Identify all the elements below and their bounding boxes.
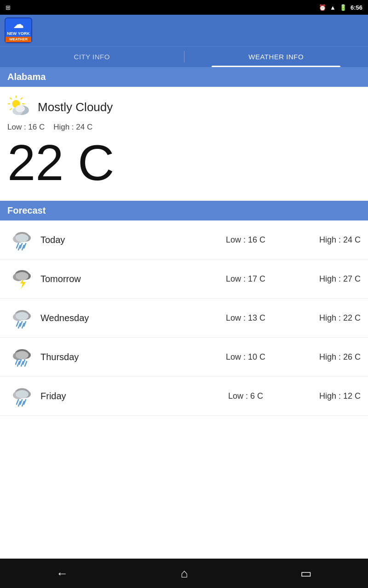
forecast-day-tomorrow: Tomorrow [37,274,204,284]
app-subtitle: WEATHER [6,37,31,42]
tab-bar: CITY INFO WEATHER INFO [0,46,368,67]
svg-point-49 [16,390,29,398]
forecast-header: Forecast [0,201,368,220]
forecast-high-today: High : 24 C [287,235,361,245]
forecast-icon-friday [7,383,37,409]
app-header: ☁ NEW YORK WEATHER [0,15,368,46]
svg-line-7 [21,98,22,99]
svg-point-16 [16,234,29,242]
forecast-row-tomorrow: Tomorrow Low : 17 C High : 27 C [0,260,368,299]
current-condition-text: Mostly Cloudy [38,100,113,114]
current-low: Low : 16 C [7,123,45,131]
clock: 6:56 [351,4,362,11]
status-bar-left: ⊞ [6,4,11,11]
logo-icon: ☁ [13,18,23,32]
forecast-title: Forecast [7,205,46,215]
back-button[interactable]: ← [56,566,68,581]
app-name: NEW YORK [7,31,29,37]
svg-line-31 [17,322,18,326]
battery-icon: 🔋 [339,4,347,11]
current-high: High : 24 C [53,123,92,131]
forecast-row-wednesday: Wednesday Low : 13 C High : 22 C [0,299,368,338]
grid-icon: ⊞ [6,4,11,11]
app-logo: ☁ NEW YORK WEATHER [5,17,32,43]
current-condition-row: Mostly Cloudy [7,95,361,119]
forecast-low-thursday: Low : 10 C [204,352,287,362]
svg-line-5 [10,98,12,99]
forecast-high-friday: High : 12 C [287,391,361,401]
current-temp: 22 C [7,137,361,188]
forecast-row-today: Today Low : 16 C High : 24 C [0,220,368,260]
forecast-low-friday: Low : 6 C [204,391,287,401]
tab-city-info[interactable]: CITY INFO [0,46,184,67]
forecast-icon-tomorrow [7,266,37,292]
forecast-low-tomorrow: Low : 17 C [204,274,287,284]
svg-point-39 [16,351,29,359]
forecast-day-friday: Friday [37,391,204,401]
forecast-day-wednesday: Wednesday [37,313,204,323]
forecast-day-today: Today [37,235,204,245]
forecast-day-thursday: Thursday [37,352,204,362]
forecast-icon-today [7,227,37,253]
forecast-low-today: Low : 16 C [204,235,287,245]
forecast-row-thursday: Thursday Low : 10 C High : 26 C [0,338,368,377]
tab-weather-info[interactable]: WEATHER INFO [184,46,368,67]
current-weather-panel: Mostly Cloudy Low : 16 C High : 24 C 22 … [0,87,368,201]
forecast-section: Today Low : 16 C High : 24 C Tomorrow Lo… [0,220,368,559]
forecast-low-wednesday: Low : 13 C [204,313,287,323]
svg-point-25 [16,272,29,280]
home-button[interactable]: ⌂ [181,566,188,581]
city-name: Alabama [7,72,46,82]
mostly-cloudy-icon [7,95,31,119]
status-bar: ⊞ ⏰ ▲ 🔋 6:56 [0,0,368,15]
svg-line-45 [25,362,27,366]
svg-line-40 [16,360,17,364]
forecast-row-friday: Friday Low : 6 C High : 12 C [0,377,368,416]
recent-button[interactable]: ▭ [300,566,312,581]
alarm-icon: ⏰ [319,4,326,11]
wifi-icon: ▲ [330,4,336,11]
svg-line-50 [17,400,18,404]
forecast-icon-thursday [7,344,37,370]
current-range: Low : 16 C High : 24 C [7,123,361,132]
forecast-icon-wednesday [7,305,37,331]
status-bar-right: ⏰ ▲ 🔋 6:56 [319,4,362,11]
svg-line-17 [17,243,18,248]
forecast-high-tomorrow: High : 27 C [287,274,361,284]
bottom-nav: ← ⌂ ▭ [0,559,368,588]
forecast-high-thursday: High : 26 C [287,352,361,362]
svg-point-12 [15,105,25,113]
forecast-high-wednesday: High : 22 C [287,313,361,323]
svg-point-30 [16,312,29,320]
city-header: Alabama [0,67,368,87]
svg-line-8 [10,108,12,110]
